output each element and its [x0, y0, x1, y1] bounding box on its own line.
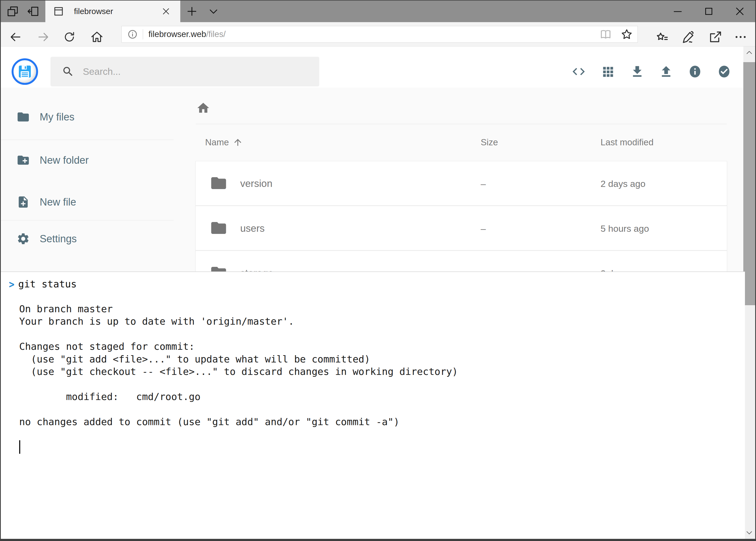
code-view-button[interactable] [571, 64, 586, 79]
folder-icon [210, 174, 227, 192]
code-icon [571, 64, 586, 79]
reading-view-icon[interactable] [599, 27, 613, 41]
grid-icon [601, 65, 615, 79]
check-circle-icon [717, 65, 731, 79]
set-aside-icon [27, 5, 39, 18]
file-plus-icon [16, 195, 30, 209]
tab-list-dropdown-button[interactable] [204, 1, 223, 22]
column-header-size[interactable]: Size [481, 137, 498, 148]
settings-more-button[interactable] [731, 28, 750, 46]
file-name: users [240, 223, 265, 234]
table-header: Name Size Last modified [196, 137, 727, 150]
browser-toolbar: filebrowser.web/files/ [1, 22, 755, 46]
forward-button[interactable] [35, 28, 52, 46]
sort-ascending-icon [233, 137, 243, 148]
select-multiple-button[interactable] [717, 64, 731, 79]
prompt-chevron-icon: > [9, 278, 14, 290]
upload-icon [659, 64, 673, 79]
search-icon [62, 65, 74, 78]
url-text[interactable]: filebrowser.web/files/ [148, 29, 226, 39]
refresh-button[interactable] [61, 28, 78, 46]
file-modified: 2 days ago [601, 179, 645, 189]
url-path: /files/ [206, 29, 226, 39]
sidebar-item-label: New file [40, 196, 76, 208]
terminal-panel[interactable]: > git status On branch master Your branc… [1, 271, 745, 539]
favorites-hub-button[interactable] [652, 28, 671, 46]
sidebar-item-new-folder[interactable]: New folder [16, 154, 89, 167]
sidebar-divider [1, 140, 173, 140]
sidebar-item-settings[interactable]: Settings [16, 232, 77, 246]
url-separator [143, 29, 143, 39]
sidebar-item-label: New folder [40, 155, 89, 166]
address-bar[interactable]: filebrowser.web/files/ [122, 26, 638, 43]
column-name-label: Name [205, 137, 229, 148]
floppy-disk-icon [17, 64, 32, 79]
info-icon [688, 65, 702, 79]
sidebar-item-new-file[interactable]: New file [16, 195, 76, 209]
sidebar-item-my-files[interactable]: My files [16, 110, 75, 124]
set-tabs-aside-button[interactable] [24, 1, 43, 22]
terminal-command: git status [18, 278, 77, 289]
tabs-preview-icon [6, 5, 19, 18]
folder-icon [210, 219, 227, 237]
file-name: version [240, 178, 272, 189]
plus-icon [186, 5, 198, 17]
download-icon [630, 64, 644, 79]
tab-title: filebrowser [74, 7, 159, 16]
share-icon [708, 30, 722, 44]
scrollbar-up-arrow[interactable] [743, 46, 755, 59]
active-tab[interactable]: filebrowser [45, 1, 180, 22]
url-host: filebrowser.web [148, 29, 206, 39]
home-button[interactable] [88, 28, 106, 46]
chevron-down-icon [208, 6, 219, 17]
folder-plus-icon [16, 154, 30, 167]
sidebar-item-label: My files [40, 111, 75, 123]
file-size: – [481, 179, 486, 189]
tab-close-button[interactable] [159, 5, 173, 18]
file-row-users[interactable]: users – 5 hours ago [196, 206, 727, 250]
file-modified: 5 hours ago [601, 224, 649, 234]
scrollbar-thumb[interactable] [743, 62, 755, 305]
page-scrollbar[interactable] [743, 46, 755, 539]
breadcrumb-divider [196, 124, 727, 124]
terminal-cursor [19, 440, 20, 454]
grid-view-button[interactable] [601, 64, 616, 79]
terminal-prompt-line: > git status [9, 277, 77, 290]
column-header-modified[interactable]: Last modified [601, 137, 653, 148]
file-row-version[interactable]: version – 2 days ago [196, 161, 727, 205]
site-info-icon[interactable] [127, 29, 138, 40]
ellipsis-icon [734, 30, 748, 44]
hub-star-list-icon [655, 30, 669, 44]
tab-favicon [53, 6, 64, 17]
window-controls [662, 1, 755, 22]
sidebar-item-label: Settings [40, 233, 77, 245]
file-size: – [481, 224, 486, 234]
back-button[interactable] [7, 28, 24, 46]
share-button[interactable] [706, 28, 725, 46]
scrollbar-down-arrow[interactable] [743, 526, 755, 539]
upload-button[interactable] [659, 64, 673, 79]
filebrowser-logo[interactable] [12, 58, 38, 85]
app-header [1, 46, 743, 88]
gear-icon [16, 232, 30, 246]
minimize-button[interactable] [662, 1, 693, 22]
search-box[interactable] [51, 57, 319, 86]
pen-icon [681, 30, 695, 44]
sidebar-divider [1, 220, 173, 221]
browser-window: filebrowser [0, 0, 756, 541]
maximize-button[interactable] [693, 1, 724, 22]
folder-icon [16, 110, 30, 124]
close-window-button[interactable] [724, 1, 755, 22]
favorite-star-icon[interactable] [620, 27, 634, 41]
page-content: My files New folder New file Settings [1, 46, 755, 539]
breadcrumb-home-icon[interactable] [196, 101, 210, 115]
web-note-pen-button[interactable] [679, 28, 698, 46]
tab-preview-button[interactable] [3, 1, 22, 22]
tab-bar: filebrowser [1, 1, 755, 22]
column-header-name[interactable]: Name [205, 137, 243, 148]
download-button[interactable] [630, 64, 644, 79]
info-button[interactable] [688, 64, 702, 79]
new-tab-button[interactable] [182, 1, 202, 22]
terminal-output: On branch master Your branch is up to da… [19, 290, 458, 428]
search-input[interactable] [83, 66, 299, 77]
